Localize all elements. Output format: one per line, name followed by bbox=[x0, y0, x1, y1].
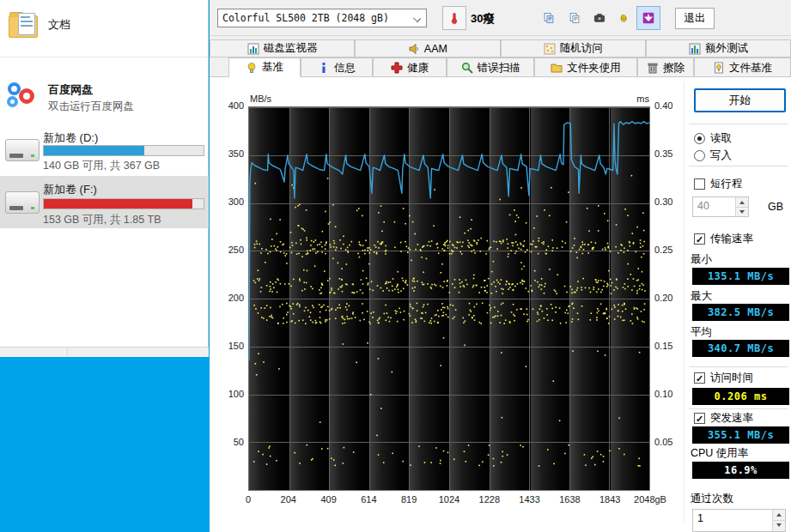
stepper-arrows[interactable] bbox=[735, 197, 748, 216]
read-radio[interactable]: 读取 bbox=[694, 131, 732, 146]
gb-unit-label: GB bbox=[768, 201, 783, 213]
documents-item[interactable]: 文档 bbox=[0, 7, 208, 46]
burst-rate-value: 355.1 MB/s bbox=[692, 426, 789, 444]
write-radio[interactable]: 写入 bbox=[694, 148, 732, 163]
bulb-icon bbox=[246, 62, 258, 74]
explorer-divider bbox=[0, 57, 208, 57]
transfer-rate-checkbox[interactable]: ✓ 传输速率 bbox=[694, 232, 753, 246]
min-value: 135.1 MB/s bbox=[692, 268, 789, 285]
drive-f-name: 新加卷 (F:) bbox=[43, 182, 97, 197]
copy-icon bbox=[543, 12, 555, 24]
save-results-button[interactable] bbox=[636, 6, 660, 30]
tab-health[interactable]: 健康 bbox=[373, 57, 447, 77]
documents-label: 文档 bbox=[48, 17, 70, 33]
temperature-button[interactable] bbox=[442, 6, 466, 30]
tab-disk-monitor[interactable]: 磁盘监视器 bbox=[210, 39, 355, 57]
x-axis-tick-label: 2048gB bbox=[631, 494, 669, 505]
arrow-up-icon[interactable] bbox=[773, 510, 785, 521]
ms-axis-tick-label: 0.20 bbox=[654, 293, 682, 303]
x-axis-tick-label: 0 bbox=[229, 494, 267, 505]
panel-divider bbox=[684, 82, 685, 523]
drive-select-value: Colorful SL500 2TB (2048 gB) bbox=[222, 12, 389, 24]
hdtune-window: Colorful SL500 2TB (2048 gB) 30癈 bbox=[210, 0, 791, 532]
drive-f-item[interactable]: 新加卷 (F:) 153 GB 可用, 共 1.85 TB bbox=[0, 176, 209, 228]
pass-count-value: 1 bbox=[697, 512, 703, 524]
tab-erase[interactable]: 擦除 bbox=[637, 57, 694, 77]
drive-d-bar-fill bbox=[44, 146, 144, 155]
x-axis-tick-label: 1228 bbox=[471, 494, 508, 505]
burst-rate-checkbox[interactable]: ✓ 突发速率 bbox=[694, 411, 753, 426]
options-button[interactable] bbox=[612, 6, 636, 30]
radio-off-icon bbox=[694, 150, 705, 161]
exit-button[interactable]: 退出 bbox=[675, 8, 715, 29]
arrow-up-icon[interactable] bbox=[736, 197, 748, 208]
tab-label: 额外测试 bbox=[705, 41, 748, 56]
avg-label: 平均 bbox=[691, 325, 712, 340]
drive-f-info: 153 GB 可用, 共 1.85 TB bbox=[43, 213, 161, 227]
arrow-down-icon[interactable] bbox=[773, 521, 785, 531]
copy-image-icon bbox=[569, 12, 581, 24]
magnifier-icon bbox=[461, 62, 473, 74]
start-button[interactable]: 开始 bbox=[694, 88, 786, 112]
stepper-arrows[interactable] bbox=[772, 510, 785, 531]
tab-random-access[interactable]: 随机访问 bbox=[501, 39, 646, 57]
x-axis-tick-label: 409 bbox=[310, 494, 348, 505]
separator bbox=[689, 166, 788, 166]
tab-label: 基准 bbox=[262, 60, 283, 75]
tab-label: 错误扫描 bbox=[478, 61, 520, 76]
tab-label: 随机访问 bbox=[560, 41, 603, 56]
y-axis-tick-label: 400 bbox=[216, 100, 244, 111]
transfer-rate-label: 传输速率 bbox=[710, 232, 753, 246]
x-axis-tick-label: 204 bbox=[270, 494, 307, 505]
drive-d-item[interactable]: 新加卷 (D:) 140 GB 可用, 共 367 GB bbox=[0, 127, 209, 175]
tab-benchmark[interactable]: 基准 bbox=[228, 57, 301, 77]
tab-file-benchmark[interactable]: 文件基准 bbox=[694, 57, 791, 77]
toolbar: Colorful SL500 2TB (2048 gB) 30癈 bbox=[210, 0, 791, 36]
tab-row-secondary: 磁盘监视器 AAM 随机访问 额外测试 bbox=[210, 39, 791, 57]
y-axis-tick-label: 100 bbox=[216, 389, 244, 399]
tab-label: 擦除 bbox=[663, 61, 685, 76]
tab-info[interactable]: 信息 bbox=[301, 57, 373, 77]
y-axis-tick-label: 250 bbox=[216, 245, 244, 255]
ms-axis-tick-label: 0.15 bbox=[654, 341, 682, 351]
pass-count-stepper[interactable]: 1 bbox=[692, 509, 786, 532]
short-stroke-checkbox[interactable]: 短行程 bbox=[694, 177, 743, 191]
baidu-netdisk-item[interactable]: 百度网盘 双击运行百度网盘 bbox=[0, 77, 208, 122]
max-label: 最大 bbox=[691, 289, 712, 304]
avg-value: 340.7 MB/s bbox=[692, 340, 789, 357]
tab-extra-tests[interactable]: 额外测试 bbox=[646, 39, 791, 57]
ms-axis-tick-label: 0.10 bbox=[654, 389, 682, 399]
copy-image-button[interactable] bbox=[563, 6, 587, 30]
hand-icon bbox=[618, 12, 630, 24]
tab-error-scan[interactable]: 错误扫描 bbox=[447, 57, 534, 77]
tab-label: 信息 bbox=[334, 61, 356, 76]
drive-icon bbox=[5, 139, 40, 161]
folder-icon bbox=[551, 62, 563, 74]
left-axis-unit: MB/s bbox=[250, 94, 271, 104]
drive-icon bbox=[5, 191, 40, 214]
tab-aam[interactable]: AAM bbox=[355, 39, 500, 57]
separator bbox=[689, 408, 788, 409]
short-stroke-value: 40 bbox=[697, 200, 709, 212]
y-axis-tick-label: 200 bbox=[216, 293, 244, 303]
y-axis-tick-label: 350 bbox=[216, 148, 244, 159]
right-axis-unit: ms bbox=[625, 94, 649, 104]
drive-f-bar-fill bbox=[44, 199, 192, 209]
drive-select[interactable]: Colorful SL500 2TB (2048 gB) bbox=[217, 9, 427, 27]
arrow-down-icon[interactable] bbox=[736, 208, 748, 217]
y-axis-tick-label: 150 bbox=[216, 341, 244, 351]
separator bbox=[689, 366, 788, 367]
short-stroke-size-stepper[interactable]: 40 bbox=[692, 196, 749, 217]
copy-text-button[interactable] bbox=[537, 6, 561, 30]
separator bbox=[689, 124, 788, 124]
bar-chart-icon bbox=[689, 43, 701, 55]
max-value: 382.5 MB/s bbox=[692, 304, 789, 321]
x-axis-tick-label: 1638 bbox=[551, 494, 588, 505]
tab-label: 磁盘监视器 bbox=[264, 41, 318, 56]
red-cross-icon bbox=[391, 62, 403, 74]
drive-f-usage-bar bbox=[43, 198, 204, 209]
tab-folder-usage[interactable]: 文件夹使用 bbox=[534, 57, 637, 77]
access-time-checkbox[interactable]: ✓ 访问时间 bbox=[694, 371, 753, 385]
tab-label: 文件夹使用 bbox=[567, 61, 621, 76]
screenshot-button[interactable] bbox=[587, 6, 612, 30]
